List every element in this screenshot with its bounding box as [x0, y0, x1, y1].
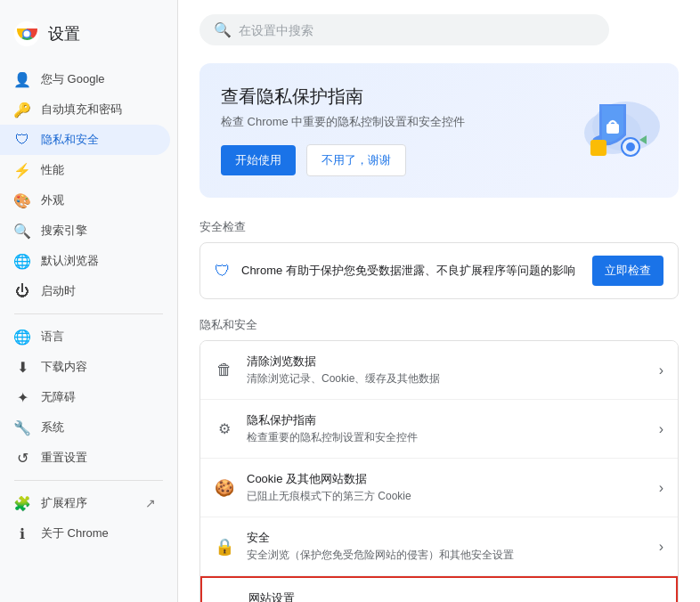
app-logo: 设置: [0, 14, 177, 64]
sidebar-item-accessibility[interactable]: ✦ 无障碍: [0, 382, 170, 412]
security-text: 安全 安全浏览（保护您免受危险网站的侵害）和其他安全设置: [247, 530, 647, 563]
sidebar-item-extensions[interactable]: 🧩 扩展程序 ↗: [0, 488, 170, 518]
performance-icon: ⚡: [14, 162, 30, 178]
startup-icon: ⏻: [14, 283, 30, 299]
sidebar-label-extensions: 扩展程序: [41, 495, 87, 511]
sidebar-item-appearance[interactable]: 🎨 外观: [0, 185, 170, 216]
sidebar-item-language[interactable]: 🌐 语言: [0, 321, 170, 352]
security-item[interactable]: 🔒 安全 安全浏览（保护您免受危险网站的侵害）和其他安全设置 ›: [200, 517, 678, 576]
reset-icon: ↺: [14, 450, 30, 466]
search-nav-icon: 🔍: [14, 223, 30, 239]
chevron-icon-4: ›: [657, 599, 662, 603]
sidebar-label-reset: 重置设置: [41, 450, 87, 466]
check-now-button[interactable]: 立即检查: [592, 256, 663, 286]
safety-check-text: Chrome 有助于保护您免受数据泄露、不良扩展程序等问题的影响: [241, 263, 582, 279]
sidebar-item-privacy[interactable]: 🛡 隐私和安全: [0, 125, 170, 155]
sidebar-label-performance: 性能: [41, 162, 64, 178]
site-settings-icon: ≡: [216, 598, 236, 603]
sidebar-item-autofill[interactable]: 🔑 自动填充和密码: [0, 94, 170, 125]
appearance-icon: 🎨: [14, 192, 30, 208]
sidebar-label-startup: 启动时: [41, 283, 76, 299]
site-settings-item[interactable]: ≡ 网站设置 控制网站可以使用和显示什么信息（如位置信息、摄像头、弹出式窗口及其…: [200, 576, 678, 602]
privacy-guide-title: 隐私保护指南: [247, 412, 647, 428]
sidebar-item-startup[interactable]: ⏻ 启动时: [0, 276, 170, 306]
sidebar-item-google[interactable]: 👤 您与 Google: [0, 64, 170, 94]
svg-point-9: [626, 142, 635, 151]
system-icon: 🔧: [14, 419, 30, 435]
security-title: 安全: [247, 530, 647, 546]
browser-icon: 🌐: [14, 253, 30, 269]
search-icon: 🔍: [214, 21, 232, 38]
trash-icon: 🗑: [215, 361, 234, 380]
app-title: 设置: [48, 23, 80, 45]
extensions-icon: 🧩: [14, 495, 30, 511]
sidebar-label-download: 下载内容: [41, 359, 87, 375]
privacy-guide-item[interactable]: ⚙ 隐私保护指南 检查重要的隐私控制设置和安全控件 ›: [200, 400, 678, 459]
clear-browsing-item[interactable]: 🗑 清除浏览数据 清除浏览记录、Cookie、缓存及其他数据 ›: [200, 341, 678, 400]
safety-shield-icon: 🛡: [215, 262, 231, 281]
accessibility-icon: ✦: [14, 389, 30, 405]
skip-button[interactable]: 不用了，谢谢: [306, 144, 406, 176]
cookie-icon: 🍪: [215, 478, 234, 498]
sidebar-label-language: 语言: [41, 329, 64, 345]
start-button[interactable]: 开始使用: [221, 145, 296, 175]
sidebar-item-browser[interactable]: 🌐 默认浏览器: [0, 246, 170, 276]
banner-content: 查看隐私保护指南 检查 Chrome 中重要的隐私控制设置和安全控件 开始使用 …: [221, 85, 550, 176]
privacy-section-header: 隐私和安全: [199, 317, 679, 333]
clear-browsing-desc: 清除浏览记录、Cookie、缓存及其他数据: [247, 371, 647, 386]
chrome-logo-icon: [14, 21, 39, 46]
chevron-icon-1: ›: [659, 421, 663, 437]
sidebar-item-performance[interactable]: ⚡ 性能: [0, 155, 170, 185]
sidebar-label-autofill: 自动填充和密码: [41, 102, 122, 118]
site-settings-title: 网站设置: [248, 590, 645, 602]
sidebar-divider-2: [14, 480, 163, 481]
sidebar-label-system: 系统: [41, 419, 64, 435]
privacy-banner: 查看隐私保护指南 检查 Chrome 中重要的隐私控制设置和安全控件 开始使用 …: [199, 63, 679, 198]
sidebar-label-privacy: 隐私和安全: [41, 132, 99, 148]
sidebar-divider-1: [14, 313, 163, 314]
gear-icon: ⚙: [215, 419, 234, 439]
cookies-item[interactable]: 🍪 Cookie 及其他网站数据 已阻止无痕模式下的第三方 Cookie ›: [200, 459, 678, 517]
privacy-guide-desc: 检查重要的隐私控制设置和安全控件: [247, 430, 647, 445]
shield-svg: [550, 86, 666, 184]
sidebar-label-google: 您与 Google: [41, 71, 105, 87]
search-bar[interactable]: 🔍: [199, 14, 609, 45]
shield-illustration: [550, 86, 657, 175]
language-icon: 🌐: [14, 329, 30, 345]
security-desc: 安全浏览（保护您免受危险网站的侵害）和其他安全设置: [247, 548, 647, 563]
main-content: 🔍 查看隐私保护指南 检查 Chrome 中重要的隐私控制设置和安全控件 开始使…: [178, 0, 700, 602]
svg-rect-7: [590, 140, 606, 156]
banner-buttons: 开始使用 不用了，谢谢: [221, 144, 550, 176]
safety-check-card: 🛡 Chrome 有助于保护您免受数据泄露、不良扩展程序等问题的影响 立即检查: [199, 242, 679, 299]
sidebar-item-reset[interactable]: ↺ 重置设置: [0, 443, 170, 473]
sidebar-item-download[interactable]: ⬇ 下载内容: [0, 352, 170, 382]
download-icon: ⬇: [14, 359, 30, 375]
chevron-icon-3: ›: [659, 539, 663, 555]
search-input[interactable]: [239, 23, 595, 37]
chevron-icon-2: ›: [659, 480, 663, 496]
svg-point-3: [24, 31, 30, 37]
cookies-title: Cookie 及其他网站数据: [247, 471, 647, 487]
person-icon: 👤: [14, 71, 30, 87]
cookies-desc: 已阻止无痕模式下的第三方 Cookie: [247, 489, 647, 504]
sidebar-item-search[interactable]: 🔍 搜索引擎: [0, 216, 170, 246]
cookies-text: Cookie 及其他网站数据 已阻止无痕模式下的第三方 Cookie: [247, 471, 647, 504]
clear-browsing-text: 清除浏览数据 清除浏览记录、Cookie、缓存及其他数据: [247, 354, 647, 386]
sidebar-label-appearance: 外观: [41, 192, 64, 208]
info-icon: ℹ: [14, 525, 30, 541]
sidebar-item-system[interactable]: 🔧 系统: [0, 412, 170, 443]
sidebar-label-browser: 默认浏览器: [41, 253, 99, 269]
sidebar-item-about[interactable]: ℹ 关于 Chrome: [0, 518, 170, 549]
clear-browsing-title: 清除浏览数据: [247, 354, 647, 370]
privacy-list: 🗑 清除浏览数据 清除浏览记录、Cookie、缓存及其他数据 › ⚙ 隐私保护指…: [199, 340, 679, 602]
external-link-icon: ↗: [145, 496, 156, 510]
chevron-icon-0: ›: [659, 362, 663, 378]
banner-description: 检查 Chrome 中重要的隐私控制设置和安全控件: [221, 114, 550, 130]
key-icon: 🔑: [14, 102, 30, 118]
sidebar-label-search: 搜索引擎: [41, 223, 87, 239]
safety-check-header: 安全检查: [199, 219, 679, 235]
site-settings-text: 网站设置 控制网站可以使用和显示什么信息（如位置信息、摄像头、弹出式窗口及其他）: [248, 590, 645, 602]
svg-rect-6: [606, 124, 619, 134]
banner-title: 查看隐私保护指南: [221, 85, 550, 109]
sidebar-label-accessibility: 无障碍: [41, 389, 76, 405]
